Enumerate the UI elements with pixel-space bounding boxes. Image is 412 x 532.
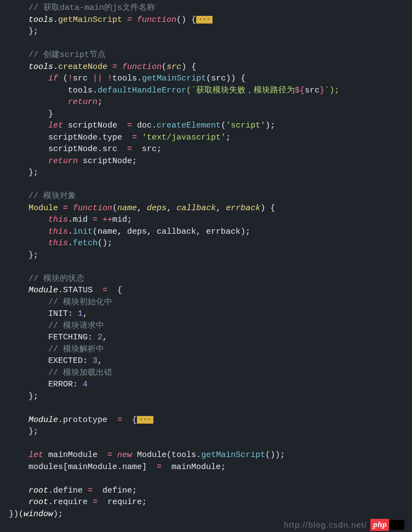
fold-icon[interactable]: ··· (196, 16, 213, 24)
comment: // 创建script节点 (28, 50, 106, 60)
comment: // 模块对象 (28, 192, 76, 201)
watermark-badge: php (370, 519, 389, 531)
fn-createNode: createNode (58, 62, 107, 72)
obj-tools: tools (28, 15, 53, 25)
comment: // 模块的状态 (28, 274, 84, 284)
fn-getMainScript: getMainScript (58, 15, 122, 25)
comment: // 获取data-main的js文件名称 (28, 3, 155, 13)
fn-Module: Module (28, 204, 58, 213)
watermark: http://blog.csdn.net/ php (284, 519, 404, 531)
watermark-url: http://blog.csdn.net/ (284, 519, 367, 531)
fold-icon[interactable]: ··· (137, 416, 153, 424)
watermark-tail (389, 520, 404, 530)
code-block: // 获取data-main的js文件名称 tools.getMainScrip… (0, 0, 412, 520)
